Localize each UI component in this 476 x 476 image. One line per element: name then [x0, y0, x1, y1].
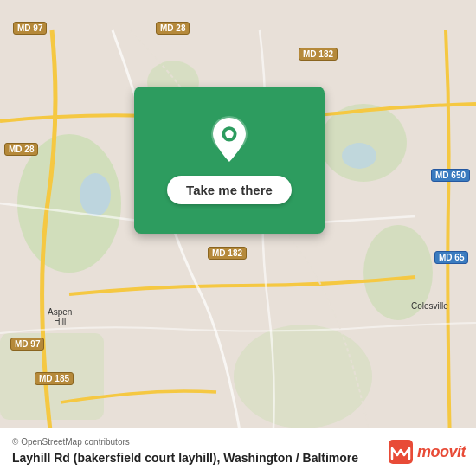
place-label-aspen-hill: AspenHill — [48, 307, 72, 326]
svg-point-6 — [234, 325, 372, 428]
moovit-icon — [389, 440, 413, 464]
road-label-md650-bottom: MD 65 — [434, 251, 468, 264]
svg-point-11 — [225, 130, 233, 138]
moovit-logo: moovit — [389, 440, 466, 464]
location-pin-icon — [208, 116, 251, 164]
road-label-md28-left: MD 28 — [4, 143, 38, 156]
map-container: MD 97 MD 28 MD 28 MD 182 MD 182 MD 97 MD… — [0, 0, 476, 476]
road-label-md97-top: MD 97 — [13, 22, 47, 35]
road-label-md185: MD 185 — [35, 372, 74, 385]
road-label-md28-top: MD 28 — [156, 22, 190, 35]
svg-point-7 — [80, 173, 111, 216]
road-label-md97-bottom: MD 97 — [10, 338, 44, 351]
location-card: Take me there — [134, 87, 325, 234]
road-label-md182-top: MD 182 — [299, 48, 338, 61]
svg-point-8 — [342, 143, 376, 169]
map-background — [0, 0, 476, 476]
take-me-there-button[interactable]: Take me there — [167, 176, 292, 204]
place-label-colesville: Colesville — [411, 301, 448, 311]
road-label-md650-top: MD 650 — [431, 169, 470, 182]
moovit-text: moovit — [417, 443, 466, 461]
svg-point-2 — [320, 104, 407, 182]
location-title-text: Layhill Rd (bakersfield court layhill), … — [12, 451, 358, 465]
road-label-md182-center: MD 182 — [208, 247, 247, 260]
